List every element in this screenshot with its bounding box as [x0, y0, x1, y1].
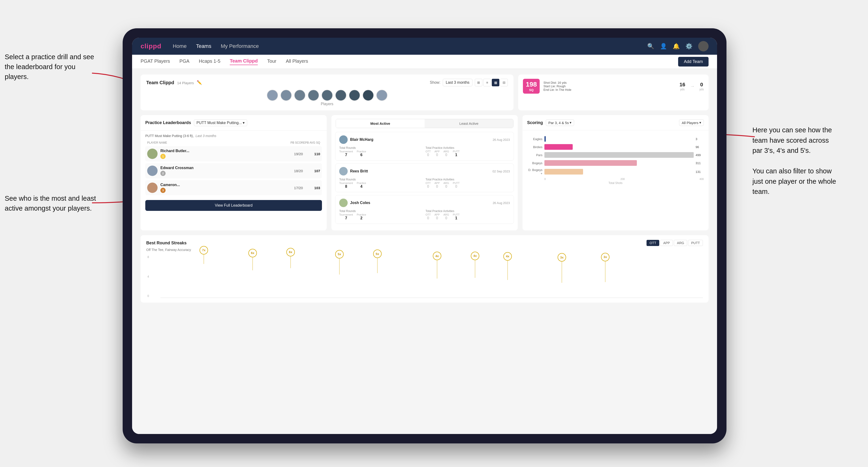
- streak-dot-1: 7x: [199, 246, 208, 264]
- lb-info-1: Richard Butler... 1: [160, 149, 288, 159]
- apc-header-3: Josh Coles 26 Aug 2023: [339, 198, 510, 207]
- bar-fill-pars: [545, 152, 694, 158]
- table-view-icon[interactable]: ⊟: [500, 79, 508, 86]
- leaderboard-dropdown[interactable]: PUTT Must Make Putting... ▾: [194, 119, 247, 126]
- lb-name-2: Edward Crossman: [160, 166, 288, 170]
- settings-icon[interactable]: ⚙️: [685, 43, 692, 50]
- leaderboard-title: Practice Leaderboards: [145, 120, 191, 125]
- streak-dot-6: 4x: [433, 252, 441, 279]
- bar-container-dbogeys: [545, 169, 694, 175]
- scoring-body: Eagles 3 Birdies: [522, 130, 709, 190]
- card-view-icon[interactable]: ▦: [492, 79, 499, 86]
- lb-badge-2: 2: [160, 171, 165, 176]
- grid-view-icon[interactable]: ⊞: [475, 79, 483, 86]
- scoring-filter-players[interactable]: All Players ▾: [679, 119, 704, 126]
- streak-dot-line-7: [475, 260, 475, 278]
- y-axis-bottom: 0: [148, 294, 149, 298]
- streaks-tab-arg[interactable]: ARG: [674, 240, 687, 246]
- streak-dot-circle-10: 3x: [601, 253, 610, 261]
- shot-yds-right-value: 0: [700, 82, 703, 88]
- add-team-button[interactable]: Add Team: [678, 57, 709, 66]
- subnav-hcaps[interactable]: Hcaps 1-5: [199, 59, 220, 65]
- apc-avatar-1: [339, 135, 348, 144]
- bar-row-bogeys: Bogeys 311: [527, 160, 704, 166]
- chevron-down-icon-players: ▾: [700, 121, 701, 125]
- scoring-filter-par[interactable]: Par 3, 4 & 5s ▾: [546, 119, 574, 126]
- streak-dot-circle-1: 7x: [199, 246, 208, 254]
- annotation-right-text: Here you can see how theteam have scored…: [752, 125, 854, 197]
- shot-detail-3: End Lie: In The Hole: [544, 88, 676, 92]
- apc-practice-values-2: OTT 0 APP 0 ARG: [426, 182, 510, 189]
- y-axis-mid: 4: [148, 275, 149, 278]
- list-view-icon[interactable]: ≡: [483, 79, 491, 86]
- show-period-select[interactable]: Last 3 months: [443, 79, 473, 86]
- lb-row-1[interactable]: Richard Butler... 1 19/20 110: [145, 146, 322, 161]
- lb-col-player: PLAYER NAME: [147, 141, 290, 144]
- subnav-tour[interactable]: Tour: [267, 59, 276, 65]
- player-avatar-2[interactable]: [280, 90, 292, 101]
- streak-dot-line-4: [339, 258, 340, 275]
- streak-dot-circle-5: 5x: [373, 250, 382, 258]
- view-full-leaderboard-button[interactable]: View Full Leaderboard: [145, 200, 322, 211]
- apc-rounds-label-2: Total Rounds: [339, 178, 424, 181]
- nav-item-performance[interactable]: My Performance: [221, 43, 259, 49]
- subnav-pgat[interactable]: PGAT Players: [141, 59, 170, 65]
- lb-row-2[interactable]: Edward Crossman 2 18/20 107: [145, 163, 322, 178]
- player-avatar-4[interactable]: [308, 90, 319, 101]
- apc-putt-1: PUTT 1: [453, 150, 460, 157]
- nav-logo: clippd: [141, 42, 161, 50]
- streak-dot-9: 3x: [558, 253, 566, 283]
- streak-dot-4: 5x: [335, 250, 344, 275]
- apc-avatar-2: [339, 167, 348, 176]
- shot-yds: 16 yds → 0 yds: [680, 82, 704, 91]
- lb-row-3[interactable]: Cameron... 3 17/20 103: [145, 180, 322, 195]
- player-avatar-8[interactable]: [363, 90, 374, 101]
- streaks-tab-ott[interactable]: OTT: [647, 240, 659, 246]
- users-icon[interactable]: 👤: [660, 43, 667, 50]
- search-icon[interactable]: 🔍: [647, 43, 654, 50]
- apc-practice-group-1: Total Practice Activities OTT 0 APP: [426, 146, 510, 157]
- tab-most-active[interactable]: Most Active: [336, 119, 425, 128]
- player-avatar-7[interactable]: [349, 90, 360, 101]
- annotation-bottom-left: See who is the most and leastactive amon…: [5, 193, 97, 213]
- player-avatar-1[interactable]: [267, 90, 278, 101]
- apc-rounds-label-3: Total Rounds: [339, 210, 424, 213]
- apc-tournament-1: Tournament 7: [339, 150, 353, 157]
- ott-value-1: 0: [427, 153, 429, 157]
- streak-dot-circle-3: 6x: [286, 248, 295, 256]
- streaks-tab-putt[interactable]: PUTT: [688, 240, 703, 246]
- player-avatar-6[interactable]: [335, 90, 346, 101]
- streaks-subtitle: Off The Tee, Fairway Accuracy: [146, 248, 703, 252]
- tab-least-active[interactable]: Least Active: [425, 119, 513, 128]
- bell-icon[interactable]: 🔔: [673, 43, 680, 50]
- subnav-team-clippd[interactable]: Team Clippd: [230, 58, 258, 65]
- nav-item-home[interactable]: Home: [173, 43, 187, 49]
- lb-avg-3: 103: [308, 186, 320, 190]
- activity-player-2: Rees Britt 02 Sep 2023 Total Rounds Tour…: [335, 163, 514, 192]
- nav-item-teams[interactable]: Teams: [196, 43, 211, 49]
- apc-name-3: Josh Coles: [350, 201, 490, 205]
- nav-items: Home Teams My Performance: [173, 43, 636, 49]
- streaks-tabs: OTT APP ARG PUTT: [647, 240, 703, 246]
- subnav-pga[interactable]: PGA: [180, 59, 189, 65]
- bar-value-eagles: 3: [695, 137, 704, 141]
- streaks-tab-app[interactable]: APP: [660, 240, 673, 246]
- player-avatar-3[interactable]: [294, 90, 305, 101]
- edit-icon[interactable]: ✏️: [197, 80, 202, 85]
- player-avatar-5[interactable]: [321, 90, 333, 101]
- lb-col-score: PB SCORE: [290, 141, 305, 144]
- leaderboard-body: PUTT Must Make Putting (3-6 ft), Last 3 …: [141, 131, 327, 214]
- player-avatar-9[interactable]: [376, 90, 388, 101]
- apc-rounds-values-3: Tournament 7 Practice 2: [339, 213, 424, 220]
- leaderboard-subtitle: PUTT Must Make Putting (3-6 ft), Last 3 …: [145, 134, 322, 138]
- lb-score-2: 18/20: [291, 169, 305, 173]
- apc-practice-rounds-1: Practice 6: [356, 150, 366, 157]
- apc-rounds-group-1: Total Rounds Tournament 7 Practice: [339, 146, 424, 157]
- tablet-screen: clippd Home Teams My Performance 🔍 👤 🔔 ⚙…: [132, 38, 717, 434]
- subnav-all-players[interactable]: All Players: [286, 59, 308, 65]
- avatar[interactable]: [698, 41, 709, 52]
- x-axis-200: 200: [621, 178, 625, 181]
- bar-label-birdies: Birdies: [527, 145, 542, 149]
- three-col-section: Practice Leaderboards PUTT Must Make Put…: [141, 115, 709, 230]
- bar-row-dbogeys: D. Bogeys + 131: [527, 168, 704, 175]
